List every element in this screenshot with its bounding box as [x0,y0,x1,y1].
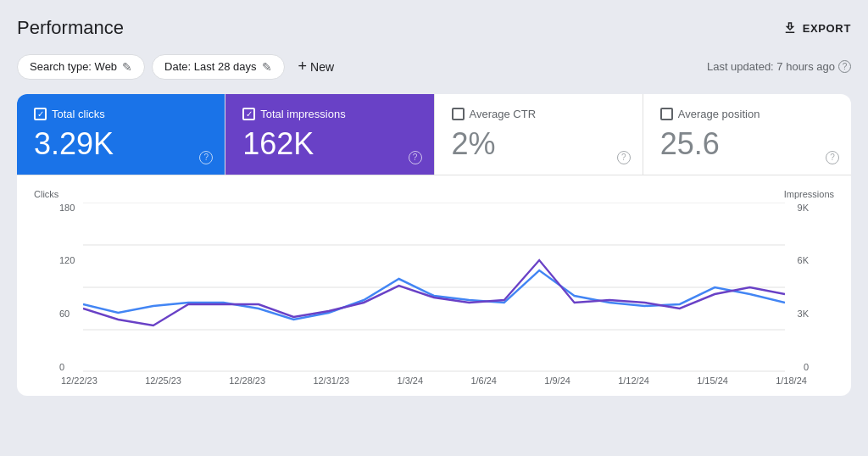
performance-page: Performance EXPORT Search type: Web ✎ Da… [17,17,851,396]
total-clicks-tile[interactable]: Total clicks 3.29K ? [17,94,225,175]
avg-position-help: ? [826,151,839,164]
total-impressions-value: 162K [242,127,416,161]
total-impressions-checkbox [242,108,255,120]
last-updated: Last updated: 7 hours ago ? [707,60,851,73]
chart-axis-labels: Clicks Impressions [34,189,834,199]
total-impressions-tile[interactable]: Total impressions 162K ? [225,94,434,175]
total-clicks-help: ? [199,151,213,164]
avg-ctr-value: 2% [452,127,626,161]
clicks-line [83,270,785,320]
avg-position-tile[interactable]: Average position 25.6 ? [643,94,851,175]
total-clicks-label: Total clicks [34,108,208,120]
total-clicks-value: 3.29K [34,127,208,161]
total-impressions-label: Total impressions [242,108,416,120]
total-impressions-help: ? [409,151,422,164]
export-icon [782,20,798,36]
avg-ctr-label: Average CTR [452,108,626,120]
right-axis-label: Impressions [784,189,834,199]
new-filter-button[interactable]: + New [292,53,342,81]
help-icon: ? [838,60,851,73]
chart-svg [83,203,785,372]
impressions-line [83,260,785,325]
left-axis-label: Clicks [34,189,58,199]
avg-position-value: 25.6 [660,127,834,161]
avg-ctr-checkbox [452,108,465,120]
chart-right-axis: 9K 6K 3K 0 [798,203,809,372]
chart-left-axis: 180 120 60 0 [59,203,75,372]
new-label: New [310,60,334,74]
search-type-label: Search type: Web [30,60,117,73]
avg-position-checkbox [660,108,673,120]
avg-ctr-tile[interactable]: Average CTR 2% ? [435,94,643,175]
search-type-edit-icon: ✎ [122,60,132,74]
metrics-row: Total clicks 3.29K ? Total impressions 1… [17,94,851,175]
page-title: Performance [17,17,124,39]
avg-ctr-help: ? [617,151,631,164]
chart-x-labels: 12/22/23 12/25/23 12/28/23 12/31/23 1/3/… [59,375,809,386]
chart-area: Clicks Impressions 180 120 60 0 9K 6K [17,175,851,396]
search-type-filter[interactable]: Search type: Web ✎ [17,54,145,80]
chart-container: 180 120 60 0 9K 6K 3K 0 [59,203,809,372]
total-clicks-checkbox [34,108,47,120]
export-button[interactable]: EXPORT [782,20,851,36]
avg-position-label: Average position [660,108,834,120]
filter-bar: Search type: Web ✎ Date: Last 28 days ✎ … [17,53,851,81]
date-label: Date: Last 28 days [164,60,256,73]
date-filter[interactable]: Date: Last 28 days ✎ [152,54,284,80]
date-edit-icon: ✎ [262,60,272,74]
page-header: Performance EXPORT [17,17,851,39]
plus-icon: + [298,58,308,75]
main-card: Total clicks 3.29K ? Total impressions 1… [17,94,851,396]
chart-wrapper: 180 120 60 0 9K 6K 3K 0 [34,203,834,386]
